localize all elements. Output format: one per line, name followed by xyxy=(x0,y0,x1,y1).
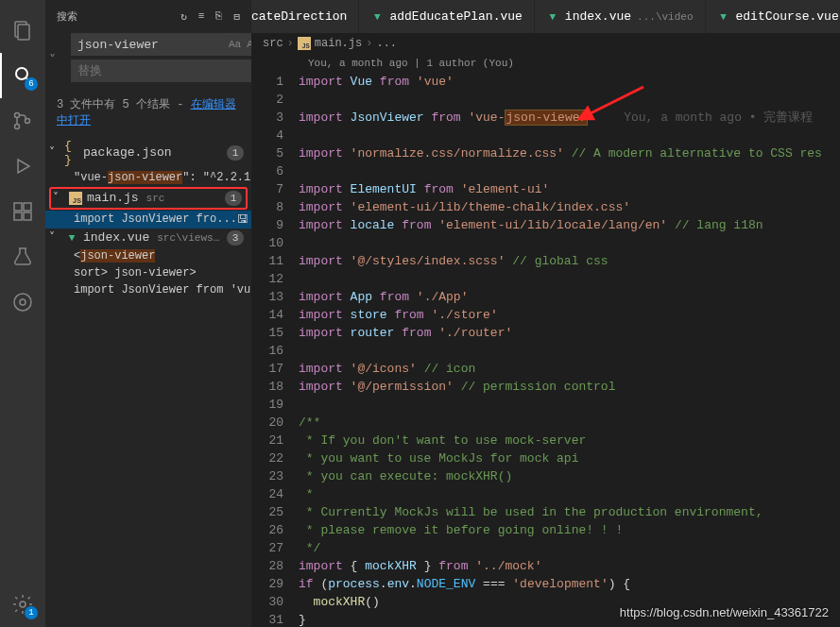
code-line[interactable]: import 'normalize.css/normalize.css' // … xyxy=(299,144,840,162)
code-line[interactable] xyxy=(299,127,840,144)
chevron-right-icon: › xyxy=(366,37,372,50)
code-line[interactable]: * you can execute: mockXHR() xyxy=(299,467,840,485)
activity-extensions[interactable] xyxy=(0,189,45,234)
result-match[interactable]: import JsonViewer from 'vue-jso... xyxy=(45,281,251,298)
clear-icon[interactable]: ≡ xyxy=(198,10,205,23)
sidebar-title: 搜索 xyxy=(57,9,77,24)
result-file[interactable]: ˅{ }package.json1 xyxy=(45,137,251,169)
activity-testing[interactable] xyxy=(0,234,45,280)
code-editor[interactable]: 1234567891011121314151617181920212223242… xyxy=(251,73,840,627)
code-line[interactable] xyxy=(299,270,840,288)
code-line[interactable]: * you want to use MockJs for mock api xyxy=(299,449,840,467)
activity-debug[interactable] xyxy=(0,144,45,189)
vue-icon: ▼ xyxy=(546,11,559,23)
refresh-icon[interactable]: ↻ xyxy=(180,10,187,23)
result-filename: index.vue xyxy=(83,230,149,245)
replace-toggle[interactable]: ˅ xyxy=(47,52,58,68)
chevron-down-icon: ˅ xyxy=(53,191,64,205)
line-number: 20 xyxy=(251,414,283,432)
svg-point-6 xyxy=(26,119,30,124)
code-line[interactable]: * If you don't want to use mock-server xyxy=(299,432,840,449)
code-line[interactable]: * xyxy=(299,485,840,503)
case-sensitive-toggle[interactable]: Aa xyxy=(229,39,241,50)
line-number: 22 xyxy=(251,449,283,467)
editor-tab[interactable]: cateDirection xyxy=(251,0,359,33)
line-number: 3 xyxy=(251,109,283,127)
code-line[interactable]: import Vue from 'vue' xyxy=(299,73,840,91)
tab-label: addEducatePlan.vue xyxy=(389,9,522,24)
line-number: 19 xyxy=(251,396,283,414)
code-line[interactable]: */ xyxy=(299,539,840,557)
svg-rect-1 xyxy=(18,25,29,40)
line-number: 4 xyxy=(251,127,283,144)
breadcrumb-item[interactable]: src xyxy=(263,37,283,50)
vue-icon: ▼ xyxy=(717,11,730,23)
code-line[interactable] xyxy=(299,234,840,252)
vue-icon: ▼ xyxy=(370,11,384,23)
activity-search[interactable]: 6 xyxy=(0,53,45,98)
replace-input[interactable] xyxy=(77,64,259,78)
svg-rect-10 xyxy=(24,212,31,220)
code-line[interactable] xyxy=(299,396,840,414)
line-number: 13 xyxy=(251,288,283,306)
svg-point-14 xyxy=(20,602,26,607)
git-blame: You, a month ago • 完善课程 xyxy=(624,110,813,125)
editor-tab[interactable]: ▼index.vue...\video xyxy=(535,0,706,33)
code-content[interactable]: import Vue from 'vue'import JsonViewer f… xyxy=(299,73,840,627)
activity-settings[interactable]: 1 xyxy=(0,582,45,627)
code-line[interactable]: import locale from 'element-ui/lib/local… xyxy=(299,216,840,234)
code-line[interactable] xyxy=(299,91,840,109)
code-line[interactable]: if (process.env.NODE_ENV === 'developmen… xyxy=(299,575,840,593)
code-line[interactable]: * please remove it before going online! … xyxy=(299,521,840,539)
breadcrumb[interactable]: src › JS main.js › ... xyxy=(251,33,840,54)
svg-point-4 xyxy=(15,113,20,118)
js-icon: JS xyxy=(68,192,83,205)
line-number: 6 xyxy=(251,162,283,180)
newsearch-icon[interactable]: ⎘ xyxy=(215,10,222,23)
collapse-icon[interactable]: ⊟ xyxy=(233,10,240,23)
line-number: 11 xyxy=(251,252,283,270)
code-line[interactable]: import '@/styles/index.scss' // global c… xyxy=(299,252,840,270)
editor-tab[interactable]: ▼addEducatePlan.vue xyxy=(359,0,534,33)
breadcrumb-item[interactable]: ... xyxy=(376,37,397,50)
line-number: 23 xyxy=(251,467,283,485)
result-match[interactable]: <json-viewer xyxy=(45,247,251,264)
code-line[interactable]: import ElementUI from 'element-ui' xyxy=(299,180,840,198)
code-line[interactable]: import store from './store' xyxy=(299,306,840,324)
vue-icon: ▼ xyxy=(64,232,79,244)
code-line[interactable]: import 'element-ui/lib/theme-chalk/index… xyxy=(299,198,840,216)
svg-rect-11 xyxy=(24,203,31,211)
activity-scm[interactable] xyxy=(0,98,45,144)
code-line[interactable] xyxy=(299,162,840,180)
result-file[interactable]: ˅JSmain.jssrc1 xyxy=(49,187,248,210)
tab-label: editCourse.vue xyxy=(736,9,839,24)
line-number: 27 xyxy=(251,539,283,557)
code-line[interactable]: import { mockXHR } from '../mock' xyxy=(299,557,840,575)
result-file[interactable]: ˅▼index.vuesrc\views\gradu...3 xyxy=(45,229,251,247)
result-match[interactable]: import JsonViewer fro...🖫✕ xyxy=(45,211,251,229)
code-line[interactable]: import '@/icons' // icon xyxy=(299,360,840,378)
editor-tab[interactable]: ▼editCourse.vue xyxy=(706,0,841,33)
code-line[interactable]: /** xyxy=(299,414,840,432)
code-line[interactable]: import '@/permission' // permission cont… xyxy=(299,378,840,396)
code-line[interactable]: import JsonViewer from 'vue-json-viewer'… xyxy=(299,109,840,127)
result-filepath: src xyxy=(146,193,221,204)
search-sidebar: 搜索 ↻ ≡ ⎘ ⊟ ˅ Aa Abl .* xyxy=(45,0,251,627)
search-input[interactable] xyxy=(77,38,229,52)
activity-explorer[interactable] xyxy=(0,8,45,53)
tab-label: index.vue xyxy=(565,9,631,24)
git-codelens[interactable]: You, a month ago | 1 author (You) xyxy=(251,54,840,73)
line-number: 30 xyxy=(251,593,283,611)
line-number: 15 xyxy=(251,324,283,342)
line-number: 31 xyxy=(251,611,283,627)
breadcrumb-item[interactable]: main.js xyxy=(315,37,362,50)
code-line[interactable] xyxy=(299,342,840,360)
result-match[interactable]: sort> json-viewer> xyxy=(45,264,251,281)
activity-other[interactable] xyxy=(0,280,45,325)
svg-point-2 xyxy=(16,68,27,79)
result-match[interactable]: "vue-json-viewer": "^2.2.11", xyxy=(45,169,251,186)
code-line[interactable]: import App from './App' xyxy=(299,288,840,306)
code-line[interactable]: * Currently MockJs will be used in the p… xyxy=(299,503,840,521)
save-icon[interactable]: 🖫 xyxy=(237,212,249,227)
code-line[interactable]: import router from './router' xyxy=(299,324,840,342)
